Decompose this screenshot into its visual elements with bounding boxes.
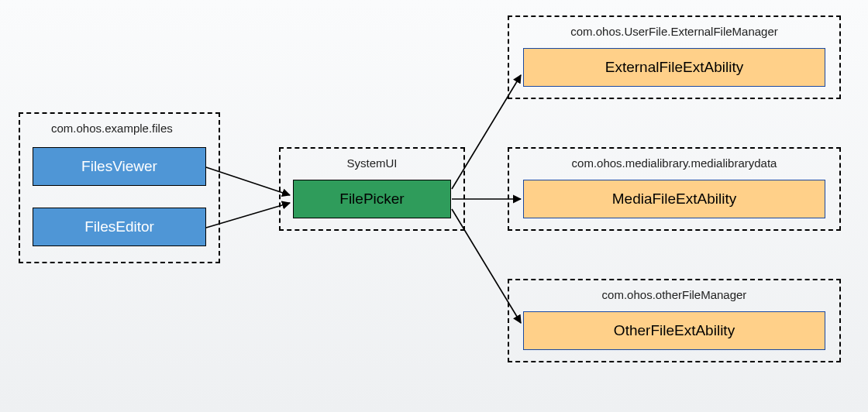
right-node-2: OtherFileExtAbility: [523, 311, 825, 350]
center-group-title: SystemUI: [281, 156, 463, 170]
right-group-1-title: com.ohos.medialibrary.medialibrarydata: [509, 156, 839, 170]
file-picker-node: FilePicker: [293, 180, 451, 218]
right-group-2-title: com.ohos.otherFileManager: [509, 288, 839, 301]
files-viewer-node: FilesViewer: [33, 147, 206, 186]
left-group-title: com.ohos.example.files: [51, 122, 173, 135]
right-group-0-title: com.ohos.UserFile.ExternalFileManager: [509, 25, 839, 38]
files-editor-node: FilesEditor: [33, 208, 206, 246]
right-node-0: ExternalFileExtAbility: [523, 48, 825, 87]
right-node-1: MediaFileExtAbility: [523, 180, 825, 218]
